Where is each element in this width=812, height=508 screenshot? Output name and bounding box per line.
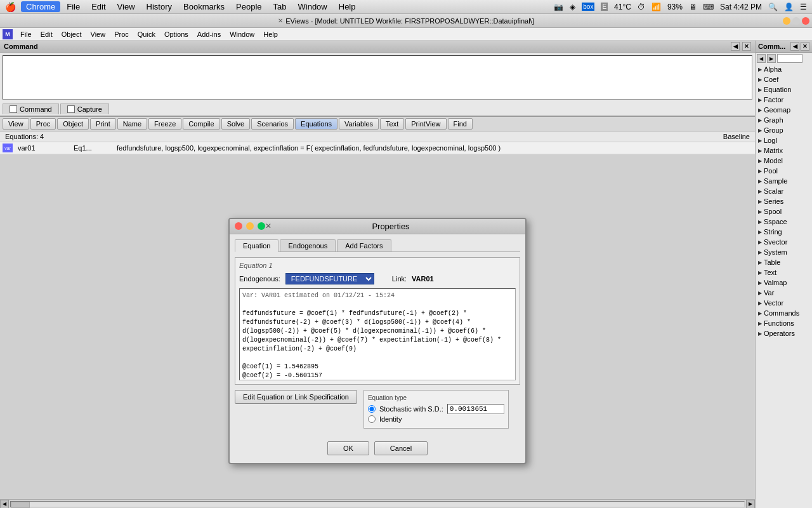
- sidebar-item-functions[interactable]: ▶Functions: [756, 318, 812, 328]
- sidebar-item-operators[interactable]: ▶Operators: [756, 328, 812, 338]
- menu-item-window[interactable]: Window: [293, 1, 332, 12]
- tab-endogenous[interactable]: Endogenous: [280, 239, 336, 251]
- list-icon[interactable]: ☰: [800, 3, 807, 11]
- sidebar-item-system[interactable]: ▶System: [756, 247, 812, 257]
- sidebar-prev-btn[interactable]: ◀: [757, 54, 766, 63]
- ev-menu-proc[interactable]: Proc: [110, 30, 133, 39]
- toolbar-freeze-btn[interactable]: Freeze: [148, 118, 181, 130]
- ev-menu-edit[interactable]: Edit: [37, 30, 56, 39]
- toolbar-variables-btn[interactable]: Variables: [339, 118, 379, 130]
- sidebar-item-logl[interactable]: ▶LogI: [756, 135, 812, 145]
- sidebar-search-input[interactable]: [777, 54, 802, 63]
- eviews-restore-btn[interactable]: [792, 17, 800, 25]
- sidebar-item-vector[interactable]: ▶Vector: [756, 298, 812, 308]
- ok-button[interactable]: OK: [327, 441, 369, 455]
- sidebar-item-series[interactable]: ▶Series: [756, 196, 812, 206]
- search-icon[interactable]: 🔍: [768, 3, 778, 11]
- menu-item-help[interactable]: Help: [334, 1, 361, 12]
- sidebar-close-btn[interactable]: ✕: [801, 42, 809, 51]
- sidebar-item-commands[interactable]: ▶Commands: [756, 308, 812, 318]
- cancel-button[interactable]: Cancel: [374, 441, 428, 455]
- toolbar-print-btn[interactable]: Print: [90, 118, 116, 130]
- sidebar-item-sample[interactable]: ▶Sample: [756, 176, 812, 186]
- identity-radio[interactable]: [368, 415, 376, 423]
- user-icon[interactable]: 👤: [784, 3, 794, 11]
- sidebar-item-factor[interactable]: ▶Factor: [756, 95, 812, 105]
- sidebar-next-btn[interactable]: ▶: [767, 54, 776, 63]
- scroll-left-btn[interactable]: ◀: [0, 500, 9, 509]
- ev-menu-object[interactable]: Object: [58, 30, 86, 39]
- toolbar-find-btn[interactable]: Find: [448, 118, 473, 130]
- panel-expand-btn[interactable]: ✕: [742, 42, 751, 51]
- dialog-maximize-btn[interactable]: [258, 222, 265, 230]
- toolbar-solve-btn[interactable]: Solve: [221, 118, 251, 130]
- equation-display[interactable]: Var: VAR01 estimated on 01/12/21 - 15:24…: [239, 288, 516, 380]
- sidebar-item-coef[interactable]: ▶Coef: [756, 74, 812, 84]
- sidebar-item-alpha[interactable]: ▶Alpha: [756, 64, 812, 74]
- toolbar-equations-btn[interactable]: Equations: [295, 118, 337, 130]
- scroll-thumb[interactable]: [11, 502, 30, 508]
- sidebar-item-scalar[interactable]: ▶Scalar: [756, 186, 812, 196]
- sidebar-item-sspace[interactable]: ▶Sspace: [756, 217, 812, 227]
- scroll-right-btn[interactable]: ▶: [746, 500, 755, 509]
- ev-menu-options[interactable]: Options: [160, 30, 192, 39]
- toolbar-name-btn[interactable]: Name: [117, 118, 147, 130]
- sidebar-item-svector[interactable]: ▶Svector: [756, 237, 812, 247]
- toolbar-view-btn[interactable]: View: [3, 118, 29, 130]
- toolbar-object-btn[interactable]: Object: [57, 118, 89, 130]
- sidebar-item-group[interactable]: ▶Group: [756, 125, 812, 135]
- sidebar-item-spool[interactable]: ▶Spool: [756, 206, 812, 217]
- panel-collapse-btn[interactable]: ◀: [731, 42, 740, 51]
- command-tab[interactable]: Command: [3, 104, 59, 114]
- eviews-minimize-btn[interactable]: [783, 17, 790, 25]
- apple-menu-icon[interactable]: 🍎: [5, 2, 16, 12]
- tab-equation[interactable]: Equation: [235, 239, 278, 252]
- scroll-track[interactable]: [10, 501, 745, 507]
- menu-item-view[interactable]: View: [112, 1, 140, 12]
- menu-item-edit[interactable]: Edit: [86, 1, 110, 12]
- toolbar-printview-btn[interactable]: PrintView: [405, 118, 446, 130]
- capture-tab[interactable]: Capture: [60, 104, 109, 114]
- eq-line4: d(logexpecnominal(-2)) + @coef(7) * expe…: [242, 336, 513, 345]
- sidebar-label-model: Model: [764, 157, 783, 164]
- eviews-close-btn[interactable]: [802, 17, 809, 25]
- sidebar-item-string[interactable]: ▶String: [756, 227, 812, 237]
- sidebar-item-pool[interactable]: ▶Pool: [756, 166, 812, 176]
- toolbar-text-btn[interactable]: Text: [380, 118, 404, 130]
- command-input-area[interactable]: [3, 55, 752, 100]
- menu-item-bookmarks[interactable]: Bookmarks: [178, 1, 230, 12]
- menu-item-file[interactable]: File: [62, 1, 85, 12]
- edit-equation-btn[interactable]: Edit Equation or Link Specification: [235, 390, 357, 404]
- tab-add-factors[interactable]: Add Factors: [337, 239, 391, 251]
- stochastic-radio[interactable]: [368, 405, 376, 413]
- menu-item-people[interactable]: People: [231, 1, 266, 12]
- ev-menu-view[interactable]: View: [87, 30, 110, 39]
- dialog-minimize-btn[interactable]: [246, 222, 254, 230]
- menu-item-tab[interactable]: Tab: [268, 1, 292, 12]
- ev-menu-help[interactable]: Help: [259, 30, 282, 39]
- menu-item-history[interactable]: History: [141, 1, 177, 12]
- ev-menu-window[interactable]: Window: [226, 30, 258, 39]
- dialog-win-controls: [235, 222, 265, 230]
- menu-item-chrome[interactable]: Chrome: [21, 1, 60, 12]
- sidebar-item-equation[interactable]: ▶Equation: [756, 84, 812, 95]
- sidebar-item-graph[interactable]: ▶Graph: [756, 115, 812, 125]
- sidebar-item-text[interactable]: ▶Text: [756, 267, 812, 277]
- ev-menu-addins[interactable]: Add-ins: [193, 30, 225, 39]
- sd-input[interactable]: [447, 404, 504, 414]
- dialog-close-x-icon[interactable]: ✕: [265, 222, 272, 231]
- sidebar-item-valmap[interactable]: ▶Valmap: [756, 277, 812, 288]
- sidebar-item-model[interactable]: ▶Model: [756, 156, 812, 166]
- sidebar-item-var[interactable]: ▶Var: [756, 288, 812, 298]
- ev-menu-file[interactable]: File: [16, 30, 36, 39]
- ev-menu-quick[interactable]: Quick: [134, 30, 159, 39]
- toolbar-compile-btn[interactable]: Compile: [183, 118, 219, 130]
- toolbar-proc-btn[interactable]: Proc: [30, 118, 56, 130]
- sidebar-collapse-btn[interactable]: ◀: [790, 42, 799, 51]
- toolbar-scenarios-btn[interactable]: Scenarios: [251, 118, 294, 130]
- sidebar-item-table[interactable]: ▶Table: [756, 257, 812, 267]
- dialog-close-btn[interactable]: [235, 222, 242, 230]
- endogenous-select[interactable]: FEDFUNDSFUTURE: [285, 273, 374, 284]
- sidebar-item-matrix[interactable]: ▶Matrix: [756, 145, 812, 156]
- sidebar-item-geomap[interactable]: ▶Geomap: [756, 105, 812, 115]
